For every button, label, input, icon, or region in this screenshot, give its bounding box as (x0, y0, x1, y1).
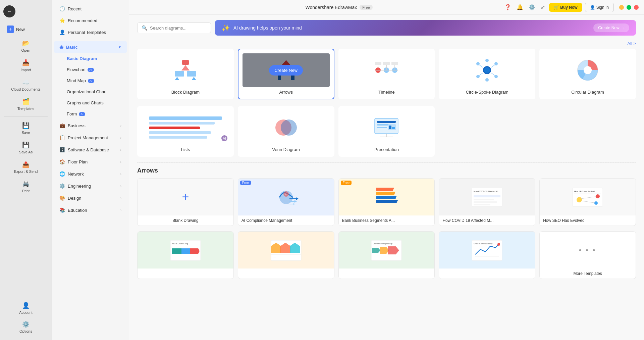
mini-card-row2-4[interactable]: Online Business Concept (439, 231, 535, 279)
sidebar-item-export[interactable]: 📤 Export & Send (3, 158, 49, 176)
sidebar-menu-business[interactable]: 💼 Business › (54, 120, 127, 131)
svg-point-73 (596, 194, 600, 198)
sidebar-menu-recommended[interactable]: ⭐ Recommended (54, 15, 127, 26)
form-ai-badge: AI (79, 112, 85, 116)
template-card-block-diagram[interactable]: Block Diagram (137, 49, 234, 99)
software-db-label: Software & Database (68, 147, 109, 152)
basic-section-label: Basic (66, 45, 78, 50)
sidebar-section-basic[interactable]: ◉ Basic ▼ (54, 41, 127, 53)
template-card-venn[interactable]: Venn Diagram (238, 106, 334, 157)
sidebar-sub-flowchart[interactable]: Flowchart AI (54, 64, 127, 75)
lists-label: Lists (181, 147, 190, 152)
sidebar-menu-project[interactable]: 📋 Project Management › (54, 132, 127, 143)
template-card-circle-spoke[interactable]: Circle-Spoke Diagram (439, 49, 535, 99)
arrows-image: Create New (243, 53, 330, 87)
sidebar-sub-mind-map[interactable]: Mind Map AI (54, 76, 127, 86)
app-logo: ← (3, 5, 15, 17)
row2-2-image: • • • (238, 232, 334, 269)
open-icon: 📂 (22, 40, 30, 47)
sidebar-menu-design[interactable]: 🎨 Design › (54, 192, 127, 204)
svg-text:AI: AI (223, 137, 226, 140)
svg-point-71 (577, 197, 582, 202)
block-diagram-label: Block Diagram (171, 90, 200, 95)
ai-banner-icon: ✨ (222, 24, 230, 32)
org-chart-label: Organizational Chart (67, 89, 107, 94)
svg-marker-58 (376, 196, 397, 199)
svg-marker-59 (376, 192, 395, 195)
settings-icon[interactable]: ⤢ (539, 3, 546, 12)
row2-3-label (339, 269, 435, 275)
sidebar-menu-floor-plan[interactable]: 🏠 Floor Plan › (54, 156, 127, 167)
create-now-button[interactable]: Create Now → (593, 23, 629, 32)
sidebar-menu-education[interactable]: 📚 Education › (54, 204, 127, 216)
mini-card-row2-1[interactable]: How to Create a Blog (137, 231, 234, 279)
template-card-timeline[interactable]: Timeline (338, 49, 435, 99)
sidebar-item-save[interactable]: 💾 Save (3, 119, 49, 137)
sidebar-menu-software-db[interactable]: 🗄️ Software & Database › (54, 144, 127, 155)
venn-image (243, 111, 330, 144)
mini-card-more[interactable]: • • • More Templates (539, 231, 636, 279)
minimize-button[interactable] (619, 5, 624, 10)
engineering-chevron-icon: › (120, 184, 121, 188)
floor-plan-label: Floor Plan (68, 159, 88, 164)
blank-image: + (138, 179, 233, 215)
new-button[interactable]: + New (3, 23, 49, 36)
mini-card-blank[interactable]: + Blank Drawing (137, 178, 234, 226)
search-input[interactable] (150, 26, 207, 31)
svg-point-95 (497, 243, 500, 246)
circular-label: Circular Diagram (571, 90, 604, 95)
svg-text:How to Create a Blog: How to Create a Blog (172, 243, 188, 245)
maximize-button[interactable] (627, 5, 631, 10)
svg-marker-52 (296, 197, 299, 200)
all-link[interactable]: All > (137, 41, 636, 46)
sidebar-item-templates[interactable]: 🗂️ Templates (3, 95, 49, 113)
sidebar-menu-recent[interactable]: 🕒 Recent (54, 3, 127, 14)
sidebar-sub-form[interactable]: Form AI (54, 109, 127, 119)
mini-card-ai-compliance[interactable]: Free AI AI Compliance Management (238, 178, 334, 226)
sidebar-item-cloud[interactable]: ☁️ Cloud Documents (3, 76, 49, 94)
network-chevron-icon: › (120, 172, 121, 176)
template-card-arrows[interactable]: Create New Arrows (238, 49, 334, 99)
sidebar-item-open[interactable]: 📂 Open (3, 37, 49, 55)
sidebar-sub-basic-diagram[interactable]: Basic Diagram (54, 53, 127, 64)
network-icon: 🌐 (59, 171, 65, 177)
help-icon[interactable]: ❓ (503, 3, 513, 12)
export-label: Export & Send (14, 169, 38, 174)
mini-card-covid[interactable]: How COVID-19 Affected M... How COVID 19 … (439, 178, 535, 226)
sidebar-item-account[interactable]: 👤 Account (3, 299, 49, 317)
row2-4-label (439, 269, 535, 275)
new-plus-icon: + (7, 26, 14, 33)
sidebar-item-options[interactable]: ⚙️ Options (3, 318, 49, 336)
search-box[interactable]: 🔍 (137, 22, 211, 33)
sidebar-item-saveas[interactable]: 💾 Save As (3, 139, 49, 157)
saveas-label: Save As (19, 150, 33, 154)
sidebar-item-import[interactable]: 📥 Import (3, 56, 49, 75)
education-label: Education (68, 208, 87, 213)
user-icon: 👤 (590, 5, 595, 10)
mini-card-row2-2[interactable]: • • • (238, 231, 334, 279)
svg-point-34 (584, 66, 592, 74)
close-button[interactable] (634, 5, 639, 10)
notification-icon[interactable]: 🔔 (515, 3, 525, 12)
sidebar-item-print[interactable]: 🖨️ Print (3, 178, 49, 196)
sidebar-menu-personal[interactable]: 👤 Personal Templates (54, 27, 127, 38)
mini-card-row2-3[interactable]: Online Marketing Strategy (338, 231, 435, 279)
svg-point-31 (476, 75, 480, 78)
share-icon[interactable]: ⚙️ (527, 3, 537, 12)
sidebar-menu-engineering[interactable]: ⚙️ Engineering › (54, 180, 127, 192)
sign-in-button[interactable]: 👤 Sign In (585, 3, 614, 12)
template-card-lists[interactable]: AI Lists (137, 106, 234, 157)
top-bar: 🔍 ✨ AI drawing helps open your mind Crea… (137, 20, 636, 36)
mini-card-seo[interactable]: How SEO Has Evolved How SEO Has Evolved (539, 178, 636, 226)
template-card-presentation[interactable]: Presentation (338, 106, 435, 157)
sidebar-sub-graphs[interactable]: Graphs and Charts (54, 98, 127, 108)
sidebar-menu-network[interactable]: 🌐 Network › (54, 168, 127, 180)
ai-compliance-free-tag: Free (240, 181, 251, 185)
buy-now-button[interactable]: 🛒 Buy Now (549, 3, 582, 12)
arrows-template-row: + Blank Drawing Free AI (137, 178, 636, 226)
row2-3-image: Online Marketing Strategy (339, 232, 435, 269)
template-card-circular[interactable]: Circular Diagram (539, 49, 636, 99)
design-icon: 🎨 (59, 195, 65, 201)
sidebar-sub-org-chart[interactable]: Organizational Chart (54, 87, 127, 97)
mini-card-bank-business[interactable]: Free Bank Business Segments A... (338, 178, 435, 226)
